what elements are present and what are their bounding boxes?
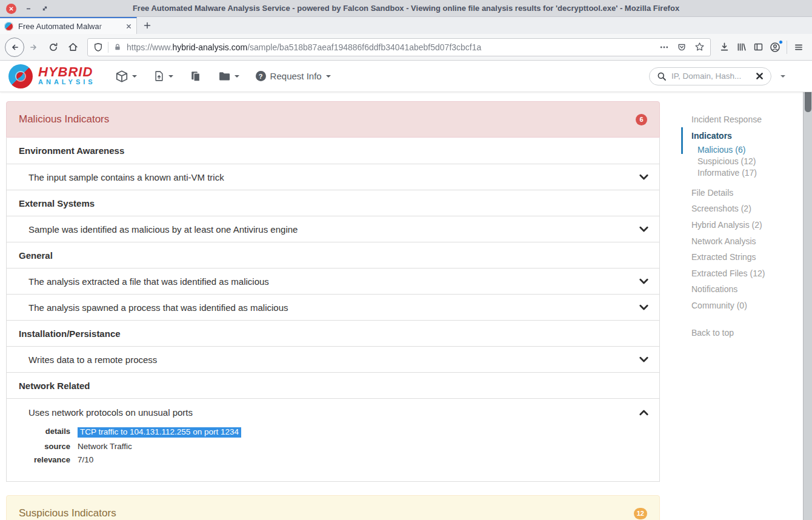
sidenav-item-incident-response[interactable]: Incident Response <box>691 114 794 125</box>
search-icon <box>657 72 667 81</box>
site-header: HYBRID ANALYSIS <box>0 61 812 92</box>
library-icon <box>736 42 747 52</box>
chevron-down-icon[interactable] <box>639 278 648 285</box>
detail-key: source <box>13 442 70 451</box>
sidenav-item-notifications[interactable]: Notifications <box>691 284 794 295</box>
back-button[interactable] <box>5 38 24 57</box>
sidenav-item-screenshots[interactable]: Screenshots (2) <box>691 203 794 215</box>
sidebar-toggle-button[interactable] <box>750 39 767 56</box>
sample-menu-button[interactable] <box>115 70 137 83</box>
lock-icon[interactable] <box>113 42 122 52</box>
indicator-row[interactable]: The analysis extracted a file that was i… <box>7 268 659 294</box>
category-row: Installation/Persistance <box>7 320 659 346</box>
bookmark-star-icon[interactable] <box>694 42 705 52</box>
library-button[interactable] <box>733 39 750 56</box>
account-button[interactable] <box>767 39 784 56</box>
divider <box>108 42 108 53</box>
indicator-row[interactable]: Writes data to a remote process <box>7 346 659 372</box>
header-search <box>649 67 804 85</box>
page-scrollbar[interactable] <box>803 61 812 520</box>
pocket-icon[interactable] <box>677 42 687 52</box>
request-info-button[interactable]: ? Request Info <box>256 71 331 81</box>
indicator-label: The analysis extracted a file that was i… <box>28 276 269 287</box>
detail-line: source Network Traffic <box>13 442 659 451</box>
window-close-button[interactable] <box>6 4 16 14</box>
suspicious-indicators-header: Suspicious Indicators 12 <box>6 495 660 520</box>
forward-button[interactable] <box>24 38 44 57</box>
search-input[interactable] <box>671 72 751 81</box>
download-button[interactable] <box>716 39 733 56</box>
copy-pages-icon <box>190 70 202 83</box>
indicator-row[interactable]: The analysis spawned a process that was … <box>7 294 659 320</box>
url-domain: hybrid-analysis.com <box>172 42 247 52</box>
malicious-indicators-header: Malicious Indicators 6 <box>6 101 660 138</box>
sidenav-item-extracted-strings[interactable]: Extracted Strings <box>691 252 794 263</box>
sidenav-item-malicious[interactable]: Malicious (6) <box>691 144 794 156</box>
chevron-down-icon[interactable] <box>639 226 648 233</box>
page-actions-icon[interactable] <box>659 42 669 52</box>
clipboard-button[interactable] <box>190 70 202 83</box>
detail-value: Network Traffic <box>78 442 132 451</box>
indicator-row[interactable]: The input sample contains a known anti-V… <box>7 164 659 190</box>
url-actions <box>659 42 705 52</box>
category-row: External Systems <box>7 190 659 216</box>
url-bar[interactable]: https://www.hybrid-analysis.com/sample/b… <box>87 38 711 56</box>
sidebar-toggle-icon <box>753 42 764 52</box>
collections-button[interactable] <box>218 70 239 82</box>
tab-close-button[interactable] <box>125 23 132 30</box>
sidenav-item-indicators[interactable]: Indicators <box>691 130 794 142</box>
hybrid-analysis-logo[interactable]: HYBRID ANALYSIS <box>8 64 96 88</box>
sidenav-item-file-details[interactable]: File Details <box>691 187 794 199</box>
window-minimize-button[interactable] <box>24 4 33 13</box>
chevron-down-icon[interactable] <box>639 174 648 181</box>
sidenav-item-network-analysis[interactable]: Network Analysis <box>691 236 794 247</box>
indicator-row-expanded: Uses network protocols on unusual ports … <box>7 398 659 481</box>
tab-bar: Free Automated Malwar <box>0 17 812 34</box>
chevron-up-icon[interactable] <box>639 409 648 416</box>
back-to-top-link[interactable]: Back to top <box>691 327 794 339</box>
chevron-down-icon[interactable] <box>639 304 648 311</box>
sidenav-item-hybrid-analysis[interactable]: Hybrid Analysis (2) <box>691 219 794 231</box>
reload-icon <box>48 42 58 52</box>
sidenav-item-suspicious[interactable]: Suspicious (12) <box>691 156 794 167</box>
indicator-row[interactable]: Uses network protocols on unusual ports <box>7 399 659 426</box>
report-page: Malicious Indicators 6 Environment Aware… <box>0 92 812 520</box>
window-maximize-button[interactable] <box>41 4 49 13</box>
window-titlebar[interactable]: Free Automated Malware Analysis Service … <box>0 0 812 17</box>
logo-text-primary: HYBRID <box>38 66 96 78</box>
report-sidenav: Incident Response Indicators Malicious (… <box>691 114 794 339</box>
indicator-row[interactable]: Sample was identified as malicious by at… <box>7 216 659 242</box>
cube-icon <box>115 70 128 83</box>
logo-text-secondary: ANALYSIS <box>38 78 96 86</box>
malicious-indicators-title: Malicious Indicators <box>19 113 109 125</box>
suspicious-count-badge: 12 <box>634 508 647 519</box>
clear-search-icon[interactable] <box>756 72 764 80</box>
forward-arrow-icon <box>29 42 39 52</box>
url-path: /sample/ba518b87aeaf194886f6ddfb34041abe… <box>247 42 481 52</box>
download-icon <box>719 42 730 52</box>
site-favicon-icon <box>4 22 13 31</box>
indicator-label: The analysis spawned a process that was … <box>28 302 288 313</box>
indicators-column: Malicious Indicators 6 Environment Aware… <box>6 101 660 520</box>
navigation-toolbar: https://www.hybrid-analysis.com/sample/b… <box>0 34 812 61</box>
browser-tab[interactable]: Free Automated Malwar <box>0 17 137 34</box>
divider <box>787 41 787 54</box>
indicator-label: The input sample contains a known anti-V… <box>28 172 224 182</box>
category-row: Network Related <box>7 372 659 398</box>
tracking-shield-icon[interactable] <box>93 42 103 52</box>
search-box[interactable] <box>649 67 771 85</box>
chevron-down-icon[interactable] <box>639 356 648 363</box>
file-upload-icon <box>153 70 165 82</box>
menu-button[interactable] <box>790 39 807 56</box>
submit-file-button[interactable] <box>153 70 173 82</box>
new-tab-button[interactable] <box>137 17 158 34</box>
suspicious-indicators-panel: Suspicious Indicators 12 <box>6 495 660 520</box>
sidenav-item-extracted-files[interactable]: Extracted Files (12) <box>691 268 794 279</box>
minimize-icon <box>25 5 32 12</box>
home-button[interactable] <box>63 38 82 57</box>
reload-button[interactable] <box>44 38 63 57</box>
sidenav-item-informative[interactable]: Informative (17) <box>691 167 794 179</box>
search-options-caret[interactable] <box>780 75 785 78</box>
sidenav-item-community[interactable]: Community (0) <box>691 300 794 312</box>
detail-line: relevance 7/10 <box>13 456 659 464</box>
